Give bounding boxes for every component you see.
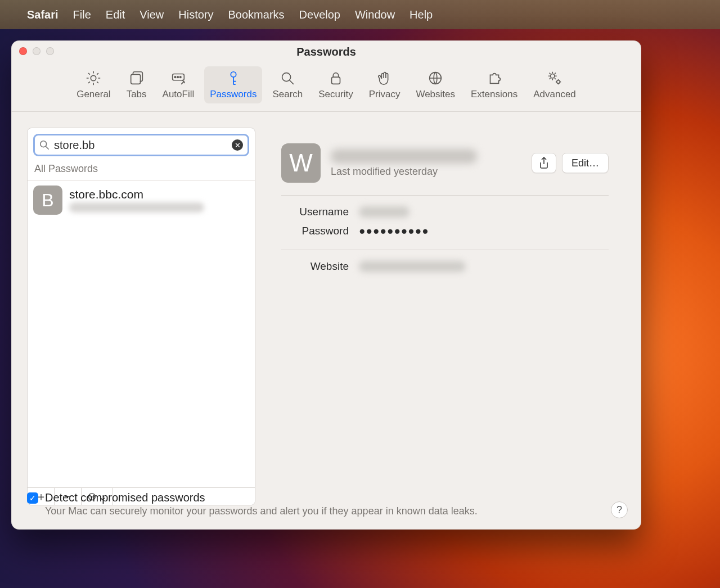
search-icon [279,70,296,87]
share-button[interactable] [532,153,556,173]
clear-search-button[interactable]: ✕ [232,139,243,151]
menu-view[interactable]: View [140,8,164,21]
passwords-sidebar: ✕ All Passwords B store.bbc.com ＋ − [27,128,255,505]
tabs-icon [128,70,145,87]
share-icon [538,157,550,169]
menu-file[interactable]: File [73,8,91,21]
svg-point-0 [91,75,96,80]
menu-develop[interactable]: Develop [299,8,340,21]
toolbar-search-label: Search [272,89,303,100]
password-search-input[interactable] [54,139,227,152]
password-label: Password [281,225,349,237]
desktop: Safari File Edit View History Bookmarks … [0,0,720,588]
gear-icon [85,70,102,87]
passwords-list[interactable]: B store.bbc.com [28,181,255,487]
menu-edit[interactable]: Edit [106,8,125,21]
password-entry[interactable]: B store.bbc.com [28,181,255,219]
key-icon [225,70,242,87]
detail-title-redacted [331,149,477,164]
toolbar-privacy-label: Privacy [369,89,400,100]
detail-avatar: W [281,143,321,183]
edit-button[interactable]: Edit… [562,153,609,173]
all-passwords-header: All Passwords [28,160,255,181]
last-modified-label: Last modified yesterday [331,166,521,178]
website-value-redacted[interactable] [359,261,466,272]
svg-rect-1 [130,74,140,84]
lock-icon [327,70,344,87]
toolbar-tabs-label: Tabs [127,89,147,100]
detect-compromised-description: Your Mac can securely monitor your passw… [45,505,478,517]
password-value[interactable]: ●●●●●●●●●● [359,225,429,237]
detect-compromised-checkbox[interactable]: ✓ [27,492,38,504]
menu-history[interactable]: History [178,8,213,21]
entry-site: store.bbc.com [69,188,204,201]
toolbar-general-label: General [76,89,110,100]
svg-point-5 [179,76,181,78]
entry-avatar: B [33,186,62,215]
hand-icon [376,70,393,87]
app-menu-safari[interactable]: Safari [27,8,58,21]
password-search-field[interactable]: ✕ [33,134,249,156]
toolbar-passwords[interactable]: Passwords [204,66,262,103]
toolbar-websites-label: Websites [416,89,455,100]
toolbar-privacy[interactable]: Privacy [363,66,406,103]
toolbar-extensions[interactable]: Extensions [465,66,523,103]
preferences-window: Passwords General Tabs AutoFill Password… [11,40,641,530]
window-footer: ✓ Detect compromised passwords Your Mac … [11,482,641,530]
toolbar-autofill-label: AutoFill [163,89,195,100]
toolbar-general[interactable]: General [71,66,116,103]
username-label: Username [281,206,349,218]
svg-point-10 [551,74,555,79]
svg-point-12 [40,141,47,147]
globe-icon [427,70,444,87]
toolbar-advanced[interactable]: Advanced [528,66,582,103]
menubar: Safari File Edit View History Bookmarks … [0,0,720,29]
svg-point-3 [174,76,176,78]
svg-point-6 [231,72,236,77]
help-button[interactable]: ? [611,501,628,518]
menu-bookmarks[interactable]: Bookmarks [228,8,285,21]
toolbar-passwords-label: Passwords [210,89,256,100]
toolbar-security-label: Security [318,89,353,100]
toolbar-extensions-label: Extensions [471,89,518,100]
gears-icon [546,70,563,87]
entry-username-redacted [69,202,204,212]
username-value-redacted[interactable] [359,206,410,218]
toolbar-advanced-label: Advanced [533,89,576,100]
preferences-toolbar: General Tabs AutoFill Passwords Search S… [11,63,641,112]
website-label: Website [281,260,349,273]
detect-compromised-label: Detect compromised passwords [45,491,478,504]
window-title: Passwords [11,46,641,58]
menu-window[interactable]: Window [355,8,395,21]
puzzle-icon [486,70,503,87]
autofill-icon [170,70,187,87]
toolbar-security[interactable]: Security [313,66,358,103]
magnifier-icon [39,140,50,150]
toolbar-autofill[interactable]: AutoFill [157,66,200,103]
toolbar-websites[interactable]: Websites [410,66,461,103]
svg-point-11 [557,80,560,84]
toolbar-tabs[interactable]: Tabs [121,66,152,103]
svg-rect-8 [331,77,340,84]
menu-help[interactable]: Help [410,8,433,21]
titlebar: Passwords [11,40,641,63]
toolbar-search[interactable]: Search [267,66,308,103]
password-detail-panel: W Last modified yesterday Edit… Username [264,128,626,505]
svg-point-4 [177,76,178,78]
